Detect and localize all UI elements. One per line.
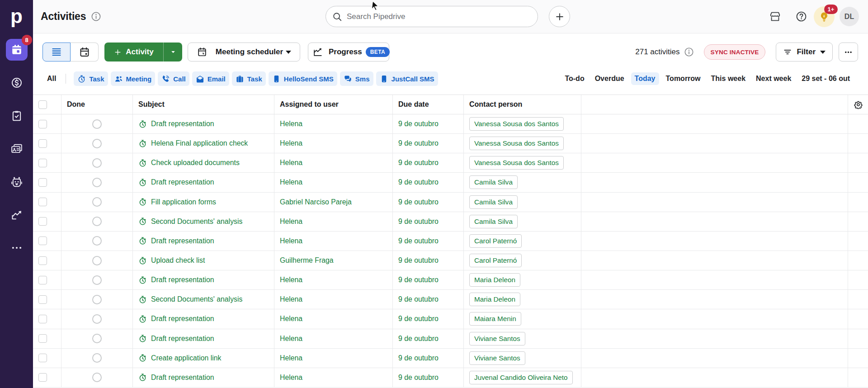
more-options-button[interactable] (839, 43, 858, 62)
activity-subject-link[interactable]: Draft representation (151, 120, 214, 128)
row-checkbox[interactable] (38, 120, 47, 128)
mark-done-toggle[interactable] (92, 295, 102, 304)
mark-done-toggle[interactable] (92, 353, 102, 363)
sidebar-item-insights-chart[interactable] (6, 204, 28, 226)
mark-done-toggle[interactable] (92, 314, 102, 324)
activity-subject-link[interactable]: Fill application forms (151, 198, 216, 206)
assigned-user-link[interactable]: Helena (280, 159, 302, 167)
date-filter-this-week[interactable]: This week (708, 72, 749, 85)
column-header-contact[interactable]: Contact person (464, 95, 581, 114)
row-checkbox[interactable] (38, 334, 47, 343)
activity-subject-link[interactable]: Draft representation (151, 335, 214, 343)
contact-person-chip[interactable]: Camila Silva (469, 175, 518, 189)
row-checkbox[interactable] (38, 237, 47, 245)
progress-button[interactable]: Progress BETA (308, 43, 389, 62)
notifications-button[interactable]: 1+ (814, 6, 835, 27)
mark-done-toggle[interactable] (92, 158, 102, 168)
contact-person-chip[interactable]: Camila Silva (469, 195, 518, 209)
activity-subject-link[interactable]: Create application link (151, 354, 221, 362)
assigned-user-link[interactable]: Helena (280, 178, 302, 186)
assigned-user-link[interactable]: Helena (280, 237, 302, 245)
contact-person-chip[interactable]: Juvenal Candido Oliveira Neto (469, 371, 573, 384)
type-filter-task[interactable]: Task (74, 71, 108, 86)
activity-subject-link[interactable]: Draft representation (151, 276, 214, 284)
help-button[interactable] (795, 11, 807, 23)
date-filter-overdue[interactable]: Overdue (591, 72, 628, 85)
date-filter-next-week[interactable]: Next week (752, 72, 795, 85)
contact-person-chip[interactable]: Carol Paternó (469, 254, 522, 267)
info-icon[interactable] (91, 11, 101, 22)
activity-subject-link[interactable]: Helena Final application check (151, 139, 248, 147)
row-checkbox[interactable] (38, 159, 47, 167)
mark-done-toggle[interactable] (92, 217, 102, 226)
column-header-done[interactable]: Done (61, 95, 133, 114)
contact-person-chip[interactable]: Maria Deleon (469, 273, 520, 287)
info-icon[interactable] (684, 47, 694, 57)
filter-button[interactable]: Filter (776, 43, 833, 62)
sidebar-item-leads-clipboard[interactable] (6, 105, 28, 127)
row-checkbox[interactable] (38, 295, 47, 304)
assigned-user-link[interactable]: Helena (280, 218, 302, 226)
contact-person-chip[interactable]: Carol Paternó (469, 234, 522, 248)
mark-done-toggle[interactable] (92, 119, 102, 129)
quick-add-button[interactable] (549, 6, 570, 27)
list-view-button[interactable] (42, 43, 71, 62)
contact-person-chip[interactable]: Vanessa Sousa dos Santos (469, 117, 564, 131)
contact-person-chip[interactable]: Vanessa Sousa dos Santos (469, 137, 564, 150)
mark-done-toggle[interactable] (92, 178, 102, 187)
sidebar-item-calendar-activities[interactable]: 8 (6, 39, 28, 61)
row-checkbox[interactable] (38, 256, 47, 265)
contact-person-chip[interactable]: Maria Deleon (469, 293, 520, 306)
contact-person-chip[interactable]: Vanessa Sousa dos Santos (469, 156, 564, 170)
add-activity-button[interactable]: Activity (104, 43, 163, 62)
contact-person-chip[interactable]: Camila Silva (469, 215, 518, 228)
gear-icon[interactable] (854, 100, 863, 109)
column-header-due[interactable]: Due date (393, 95, 464, 114)
activity-subject-link[interactable]: Upload check list (151, 256, 205, 265)
mark-done-toggle[interactable] (92, 236, 102, 246)
sidebar-item-more-dots[interactable] (6, 237, 28, 259)
type-filter-task[interactable]: Task (232, 71, 266, 86)
column-header-subject[interactable]: Subject (133, 95, 274, 114)
activity-subject-link[interactable]: Draft representation (151, 315, 214, 323)
assigned-user-link[interactable]: Helena (280, 354, 302, 362)
activity-subject-link[interactable]: Draft representation (151, 374, 214, 382)
activity-subject-link[interactable]: Draft representation (151, 237, 214, 245)
row-checkbox[interactable] (38, 315, 47, 323)
type-filter-meeting[interactable]: Meeting (111, 71, 156, 86)
assigned-user-link[interactable]: Helena (280, 295, 302, 303)
date-filter-today[interactable]: Today (631, 72, 659, 85)
activity-subject-link[interactable]: Second Documents' analysis (151, 295, 242, 303)
activity-subject-link[interactable]: Second Documents' analysis (151, 218, 242, 226)
assigned-user-link[interactable]: Helena (280, 315, 302, 323)
assigned-user-link[interactable]: Helena (280, 374, 302, 382)
mark-done-toggle[interactable] (92, 139, 102, 148)
assigned-user-link[interactable]: Helena (280, 120, 302, 128)
search-input[interactable]: Search Pipedrive (326, 6, 538, 27)
select-all-checkbox[interactable] (38, 100, 47, 109)
assigned-user-link[interactable]: Guilherme Fraga (280, 256, 334, 265)
filter-all[interactable]: All (47, 75, 56, 83)
row-checkbox[interactable] (38, 354, 47, 362)
row-checkbox[interactable] (38, 276, 47, 284)
column-header-assigned[interactable]: Assigned to user (274, 95, 393, 114)
sync-status-badge[interactable]: SYNC INACTIVE (704, 44, 766, 60)
type-filter-call[interactable]: Call (158, 71, 189, 86)
row-checkbox[interactable] (38, 139, 47, 148)
activity-subject-link[interactable]: Check uploaded documents (151, 159, 240, 167)
contact-person-chip[interactable]: Viviane Santos (469, 351, 525, 365)
meeting-scheduler-button[interactable]: Meeting scheduler (188, 43, 300, 62)
row-checkbox[interactable] (38, 373, 47, 382)
assigned-user-link[interactable]: Gabriel Narciso Pareja (280, 198, 352, 206)
date-filter-tomorrow[interactable]: Tomorrow (662, 72, 704, 85)
mark-done-toggle[interactable] (92, 256, 102, 265)
mark-done-toggle[interactable] (92, 275, 102, 285)
marketplace-button[interactable] (769, 11, 781, 23)
mark-done-toggle[interactable] (92, 197, 102, 207)
mark-done-toggle[interactable] (92, 334, 102, 343)
row-checkbox[interactable] (38, 198, 47, 206)
contact-person-chip[interactable]: Viviane Santos (469, 332, 525, 345)
activity-subject-link[interactable]: Draft representation (151, 178, 214, 186)
row-checkbox[interactable] (38, 217, 47, 226)
date-filter-to-do[interactable]: To-do (561, 72, 588, 85)
